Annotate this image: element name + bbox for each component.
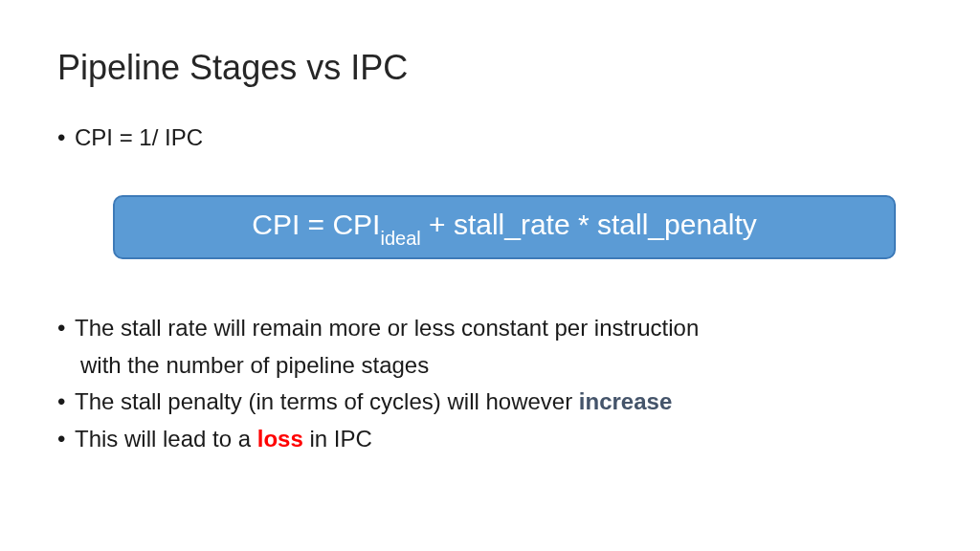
bullet-2-text-line2: with the number of pipeline stages bbox=[80, 350, 923, 381]
bullet-4-pre: This will lead to a bbox=[75, 426, 257, 452]
bullet-dot-icon: • bbox=[57, 424, 75, 454]
formula-subscript: ideal bbox=[380, 228, 420, 249]
bullet-4-text: This will lead to a loss in IPC bbox=[75, 424, 923, 454]
bullet-1-text: CPI = 1/ IPC bbox=[75, 122, 923, 153]
bullet-2-text-line1: The stall rate will remain more or less … bbox=[75, 313, 923, 343]
formula-post: + stall_rate * stall_penalty bbox=[421, 209, 757, 240]
bullet-dot-icon: • bbox=[57, 386, 75, 417]
bullet-4-emphasis: loss bbox=[257, 426, 303, 452]
bullet-3: • The stall penalty (in terms of cycles)… bbox=[57, 386, 923, 417]
bullet-dot-icon: • bbox=[57, 313, 75, 343]
bullet-dot-icon: • bbox=[57, 122, 75, 153]
bullet-1: • CPI = 1/ IPC bbox=[57, 122, 923, 153]
bullet-4-post: in IPC bbox=[303, 426, 372, 452]
bullet-3-text: The stall penalty (in terms of cycles) w… bbox=[75, 386, 923, 417]
formula-box: CPI = CPIideal + stall_rate * stall_pena… bbox=[113, 195, 896, 259]
bullet-4: • This will lead to a loss in IPC bbox=[57, 424, 923, 454]
formula-pre: CPI = CPI bbox=[252, 209, 380, 240]
bullet-3-emphasis: increase bbox=[579, 388, 672, 414]
bullet-3-pre: The stall penalty (in terms of cycles) w… bbox=[75, 388, 579, 414]
slide-title: Pipeline Stages vs IPC bbox=[57, 48, 923, 88]
bullet-2: • The stall rate will remain more or les… bbox=[57, 313, 923, 343]
